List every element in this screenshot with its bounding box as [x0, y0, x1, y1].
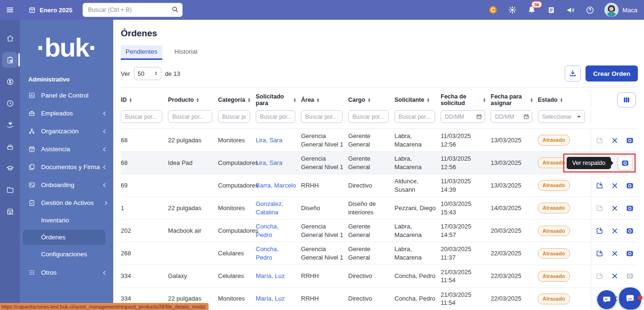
- column-header-categoria[interactable]: Categoría▲▼: [218, 92, 256, 108]
- column-header-id[interactable]: ID▲▼: [121, 92, 168, 108]
- assign-order-icon[interactable]: [595, 227, 604, 235]
- sidebar-item-onboarding[interactable]: Onboarding: [20, 176, 113, 194]
- cell-solicitado_para: Concha, Pedro: [256, 242, 301, 264]
- sidebar-subitem-inventario[interactable]: Inventario: [23, 213, 106, 228]
- cell-fecha_solicitud: 21/03/2025 11:54: [441, 288, 491, 310]
- sidebar-item-gestiondeactivos[interactable]: Gestión de Activos: [20, 194, 113, 212]
- documents-icon[interactable]: [2, 182, 18, 198]
- sort-icon[interactable]: ▲▼: [317, 98, 319, 103]
- payroll-icon[interactable]: [2, 73, 18, 90]
- sidebar-item-paneldecontrol[interactable]: Panel de Control: [20, 87, 113, 105]
- download-button[interactable]: [565, 65, 581, 82]
- employee-link[interactable]: Lira, Sara: [256, 159, 282, 166]
- sort-icon[interactable]: ▲▼: [560, 98, 563, 103]
- sidebar-item-empleados[interactable]: Empleados: [20, 105, 113, 122]
- column-header-area[interactable]: Área▲▼: [301, 92, 348, 108]
- home-icon[interactable]: [2, 30, 18, 46]
- cell-area: Gerencia General Nivel 1: [301, 129, 348, 151]
- sort-icon[interactable]: ▲▼: [293, 98, 296, 103]
- filter-text-input-solicitante[interactable]: [394, 110, 435, 123]
- support-chat-button[interactable]: [619, 287, 641, 310]
- column-header-fecha_solicitud[interactable]: Fecha de solicitud▲▼: [441, 92, 491, 108]
- cancel-order-icon[interactable]: [611, 204, 619, 212]
- cell-actions: [591, 197, 638, 219]
- filter-select-estado[interactable]: Seleccionar: [538, 110, 585, 123]
- sidebar-item-asistencia[interactable]: Asistencia: [20, 140, 113, 158]
- sidebar-item-organizacion[interactable]: Organización: [20, 122, 113, 140]
- period-selector[interactable]: Enero 2025: [28, 6, 72, 14]
- sort-icon[interactable]: ▲▼: [368, 98, 370, 103]
- cancel-order-icon[interactable]: [611, 181, 619, 190]
- sort-icon[interactable]: ▲▼: [196, 98, 199, 103]
- filter-text-input-categoria[interactable]: [218, 110, 250, 123]
- column-header-fecha_asignar[interactable]: Fecha para asignar▲▼: [491, 92, 538, 108]
- column-header-cargo[interactable]: Cargo▲▼: [348, 92, 394, 108]
- sidebar-item-otros[interactable]: Otros: [20, 264, 113, 282]
- benefits-icon[interactable]: [2, 117, 18, 133]
- employee-link[interactable]: Lira, Sara: [256, 137, 282, 144]
- sort-icon[interactable]: ▲▼: [427, 98, 429, 103]
- menu-toggle-icon[interactable]: [0, 6, 20, 14]
- employee-link[interactable]: Concha, Pedro: [256, 245, 278, 261]
- time-icon[interactable]: [2, 95, 18, 111]
- view-backup-icon[interactable]: [626, 136, 634, 145]
- filter-date-input-fecha_asignar[interactable]: [491, 110, 532, 123]
- column-header-solicitante[interactable]: Solicitante▲▼: [394, 92, 441, 108]
- celebrations-icon[interactable]: [2, 139, 18, 155]
- table-row: 202Macbook airComputadoresConcha, PedroG…: [121, 220, 638, 242]
- column-header-producto[interactable]: Producto▲▼: [168, 92, 218, 108]
- filter-text-input-solicitado_para[interactable]: [256, 110, 295, 123]
- employee-link[interactable]: María, Luz: [256, 295, 284, 302]
- topbar-actions: 36 Maca: [488, 3, 644, 17]
- search-input[interactable]: [83, 3, 183, 17]
- announcements-megaphone-icon[interactable]: [566, 5, 575, 15]
- employee-link[interactable]: Concha, Pedro: [256, 223, 278, 238]
- marketplace-icon[interactable]: [2, 204, 18, 220]
- notification-count-badge: 36: [531, 1, 542, 8]
- tab-historial[interactable]: Historial: [170, 45, 202, 60]
- tab-pendientes[interactable]: Pendientes: [121, 45, 162, 60]
- view-backup-icon[interactable]: [626, 204, 634, 212]
- sidebar-item-documentosyfirma[interactable]: Documentos y Firma: [20, 158, 113, 176]
- filter-date-input-fecha_solicitud[interactable]: [441, 110, 485, 123]
- filter-text-input-cargo[interactable]: [348, 110, 389, 123]
- sort-icon[interactable]: ▲▼: [483, 98, 486, 103]
- filter-text-input-producto[interactable]: [168, 110, 212, 123]
- column-header-solicitado_para[interactable]: Solicitado para▲▼: [256, 92, 301, 108]
- training-icon[interactable]: [2, 160, 18, 176]
- view-backup-icon[interactable]: [626, 249, 634, 258]
- feedback-chat-button[interactable]: [597, 290, 616, 309]
- sort-icon[interactable]: ▲▼: [530, 98, 533, 103]
- asset-orders-icon[interactable]: [2, 52, 18, 68]
- view-backup-icon[interactable]: [626, 227, 634, 235]
- column-picker-button[interactable]: [617, 92, 636, 107]
- cancel-order-icon[interactable]: [611, 249, 619, 258]
- help-icon[interactable]: [585, 5, 594, 15]
- cancel-order-icon[interactable]: [611, 227, 619, 235]
- notifications-bell-icon[interactable]: 36: [527, 5, 536, 15]
- sort-icon[interactable]: ▲▼: [129, 98, 132, 103]
- news-document-icon[interactable]: [546, 5, 556, 15]
- filter-text-input-id[interactable]: [121, 110, 162, 123]
- filter-text-input-area[interactable]: [301, 110, 343, 123]
- sort-icon[interactable]: ▲▼: [248, 98, 251, 103]
- cancel-order-icon[interactable]: [611, 272, 619, 280]
- assign-order-icon[interactable]: [595, 181, 604, 190]
- column-label: Estado: [538, 97, 558, 103]
- user-menu[interactable]: Maca: [604, 3, 637, 17]
- view-backup-button[interactable]: [618, 156, 632, 170]
- orange-app-icon[interactable]: [488, 5, 498, 15]
- column-header-estado[interactable]: Estado▲▼: [538, 92, 591, 108]
- employee-link[interactable]: Barra, Marcelo: [256, 182, 296, 189]
- cancel-order-icon[interactable]: [611, 136, 619, 145]
- view-backup-icon[interactable]: [626, 181, 634, 190]
- employee-link[interactable]: María, Luz: [256, 272, 284, 279]
- page-size-select[interactable]: 50 ▲▼: [134, 67, 161, 80]
- sidebar-subitem-configuraciones[interactable]: Configuraciones: [23, 247, 106, 262]
- search-icon[interactable]: [171, 6, 179, 15]
- create-order-button[interactable]: Crear Orden: [585, 65, 638, 82]
- assign-order-icon[interactable]: [595, 249, 604, 258]
- sidebar-subitem-ordenes[interactable]: Órdenes: [23, 230, 106, 245]
- settings-gear-icon[interactable]: [508, 5, 517, 15]
- employee-link[interactable]: Gonzalez, Catalina: [256, 200, 284, 216]
